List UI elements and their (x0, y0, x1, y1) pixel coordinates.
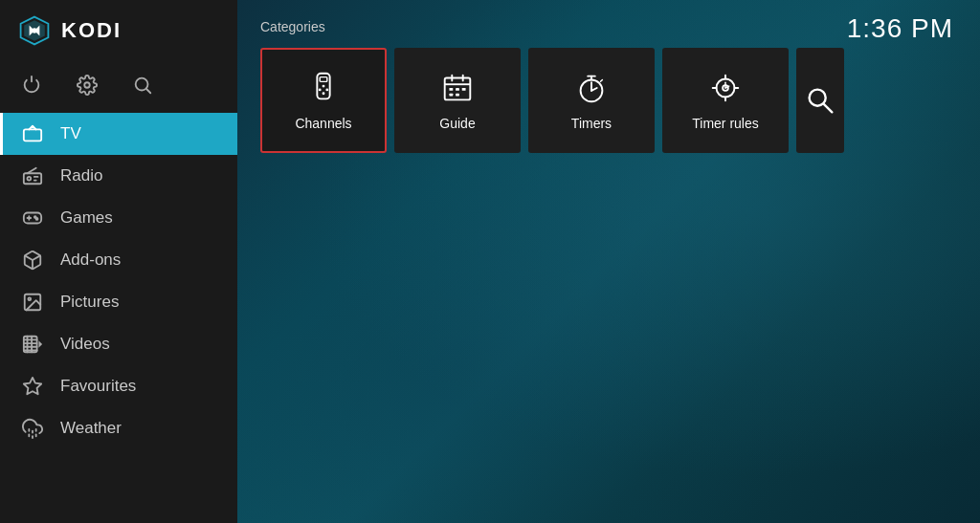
sidebar-item-videos-label: Videos (60, 335, 110, 354)
search-cat-icon (802, 82, 838, 119)
svg-marker-27 (38, 340, 42, 347)
svg-point-38 (319, 88, 322, 91)
radio-icon (20, 165, 45, 186)
app-header: KODI (0, 0, 237, 61)
channels-label: Channels (295, 116, 351, 131)
category-timer-rules[interactable]: Timer rules (662, 48, 789, 153)
svg-rect-46 (456, 88, 459, 91)
settings-button[interactable] (73, 71, 101, 99)
svg-line-61 (824, 104, 833, 113)
sidebar-item-tv[interactable]: TV (0, 113, 237, 155)
sidebar-item-tv-label: TV (60, 124, 81, 143)
timers-icon (573, 70, 610, 106)
svg-point-6 (136, 78, 148, 91)
svg-point-37 (323, 85, 325, 88)
svg-point-10 (28, 177, 32, 181)
svg-rect-36 (320, 77, 327, 82)
sidebar-item-games[interactable]: Games (0, 197, 237, 239)
sidebar-item-favourites-label: Favourites (60, 377, 136, 396)
svg-point-39 (325, 88, 328, 91)
svg-point-16 (36, 218, 38, 220)
category-guide[interactable]: Guide (394, 48, 521, 153)
sidebar-item-games-label: Games (60, 208, 113, 228)
category-channels[interactable]: Channels (260, 48, 387, 153)
svg-rect-45 (449, 88, 453, 91)
sidebar-item-weather-label: Weather (60, 419, 122, 438)
sidebar-item-weather[interactable]: Weather (0, 407, 237, 449)
sidebar-item-favourites[interactable]: Favourites (0, 365, 237, 407)
timer-rules-label: Timer rules (692, 116, 759, 131)
svg-point-40 (323, 92, 325, 95)
svg-line-55 (601, 79, 603, 81)
addons-icon (20, 250, 45, 271)
svg-point-19 (28, 297, 31, 300)
search-button[interactable] (128, 71, 157, 99)
guide-icon (439, 70, 476, 106)
tv-icon (20, 123, 45, 144)
videos-icon (20, 334, 45, 355)
sidebar-item-pictures-label: Pictures (60, 293, 119, 312)
svg-point-5 (84, 82, 90, 88)
weather-icon (20, 418, 45, 439)
kodi-logo-icon (17, 13, 52, 48)
svg-point-4 (32, 28, 36, 33)
sidebar-item-pictures[interactable]: Pictures (0, 281, 237, 323)
svg-rect-48 (449, 94, 453, 97)
clock-display: 1:36 PM (847, 13, 953, 44)
sidebar-item-radio-label: Radio (60, 166, 102, 185)
categories-grid: Channels Guide (260, 48, 957, 153)
main-content: 1:36 PM Categories Channels (237, 0, 980, 523)
channels-icon (305, 70, 342, 106)
sidebar-item-radio[interactable]: Radio (0, 155, 237, 197)
app-title: KODI (61, 18, 122, 43)
timer-rules-icon (707, 70, 744, 106)
category-timers[interactable]: Timers (528, 48, 655, 153)
sidebar-item-addons[interactable]: Add-ons (0, 239, 237, 281)
svg-rect-8 (24, 129, 41, 141)
power-button[interactable] (17, 71, 46, 99)
timers-label: Timers (571, 116, 612, 131)
pictures-icon (20, 292, 45, 313)
svg-rect-49 (456, 94, 459, 97)
svg-rect-47 (462, 88, 466, 91)
sidebar: KODI (0, 0, 237, 523)
sidebar-nav: TV Radio (0, 113, 237, 523)
category-search[interactable] (796, 48, 844, 153)
sidebar-item-videos[interactable]: Videos (0, 323, 237, 365)
svg-line-7 (146, 89, 150, 93)
sidebar-item-addons-label: Add-ons (60, 251, 121, 270)
sidebar-toolbar (0, 61, 237, 113)
svg-marker-28 (24, 378, 41, 394)
games-icon (20, 207, 45, 229)
favourites-icon (20, 376, 45, 397)
guide-label: Guide (439, 116, 475, 131)
